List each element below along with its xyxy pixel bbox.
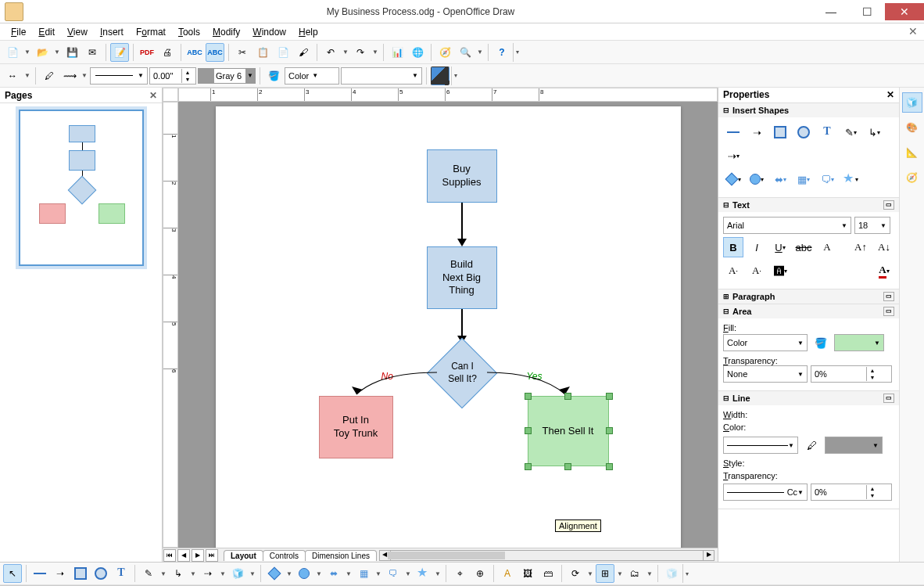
menu-modify[interactable]: Modify <box>206 25 246 39</box>
sel-handle[interactable] <box>606 393 613 400</box>
font-color-button[interactable]: A▾ <box>874 261 894 281</box>
shape-basic-button[interactable]: ▾ <box>723 169 743 189</box>
superscript-button[interactable]: A· <box>723 261 743 281</box>
fill-mode-combo[interactable]: Color▼ <box>285 67 339 84</box>
line-color-combo[interactable]: ▼ <box>825 437 883 454</box>
basic-dd[interactable]: ▼ <box>285 570 293 577</box>
navigator-button[interactable]: 🧭 <box>435 43 454 62</box>
arrow-style-dd[interactable]: ▼ <box>23 72 31 79</box>
sel-handle[interactable] <box>564 463 571 470</box>
arrange-button[interactable]: 🗂 <box>625 564 644 583</box>
points-edit-button[interactable]: ⌖ <box>450 564 469 583</box>
redo-button[interactable]: ↷ <box>351 43 370 62</box>
page-canvas[interactable]: Buy Supplies Build Next Big Thing Can I … <box>216 106 681 548</box>
help-button[interactable]: ? <box>492 43 511 62</box>
basic-shapes-button[interactable] <box>265 564 284 583</box>
section-paragraph[interactable]: ⊞Paragraph▭ <box>718 289 899 304</box>
shape-curve-button[interactable]: ✎▾ <box>840 122 861 142</box>
linesarrows-dd[interactable]: ▼ <box>219 570 227 577</box>
shape-block-arrows-button[interactable]: ⬌▾ <box>770 169 790 189</box>
symbol-shapes-button[interactable] <box>295 564 313 583</box>
undo-button[interactable]: ↶ <box>321 43 340 62</box>
sidetab-properties[interactable]: 🧊 <box>902 92 922 113</box>
align-dd[interactable]: ▼ <box>616 570 624 577</box>
shadow-text-button[interactable]: A <box>817 237 837 257</box>
from-file-button[interactable]: 🖼 <box>518 564 537 583</box>
bold-button[interactable]: B <box>723 237 743 257</box>
decrease-font-button[interactable]: A↓ <box>874 237 894 257</box>
horizontal-ruler[interactable]: 12 34 56 78 <box>178 88 718 102</box>
menu-help[interactable]: Help <box>292 25 324 39</box>
italic-button[interactable]: I <box>747 237 767 257</box>
star-dd[interactable]: ▼ <box>434 570 442 577</box>
rotate-dd[interactable]: ▼ <box>586 570 594 577</box>
format-paintbrush-button[interactable]: 🖌 <box>294 43 313 62</box>
sel-handle[interactable] <box>525 463 532 470</box>
strike-button[interactable]: abc <box>793 237 814 257</box>
tab-prev-button[interactable]: ◀ <box>177 549 190 562</box>
tab-layout[interactable]: Layout <box>224 550 263 561</box>
increase-font-button[interactable]: A↑ <box>851 237 871 257</box>
redo-dropdown[interactable]: ▼ <box>371 49 379 56</box>
line-style-combo[interactable]: ▼ <box>90 67 148 84</box>
shape-text-button[interactable]: T <box>817 122 837 142</box>
section-area[interactable]: ⊟Area▭ <box>718 304 899 318</box>
area-button[interactable]: 🪣 <box>264 67 283 85</box>
export-pdf-button[interactable]: PDF <box>138 43 156 62</box>
spellcheck-button[interactable]: ABC <box>185 43 204 62</box>
linesarrows-tool-button[interactable]: ⇢ <box>199 564 217 583</box>
section-line[interactable]: ⊟Line▭ <box>718 391 899 405</box>
new-button[interactable]: 📄 <box>3 43 22 62</box>
cut-button[interactable]: ✂ <box>233 43 252 62</box>
block-dd[interactable]: ▼ <box>345 570 353 577</box>
print-button[interactable]: 🖨 <box>158 43 177 62</box>
shape-rect-button[interactable] <box>770 122 790 142</box>
sidetab-navigator[interactable]: 🧭 <box>902 167 922 188</box>
line-width-spin[interactable]: ▲▼ <box>149 67 196 84</box>
3d-dd[interactable]: ▼ <box>249 570 256 577</box>
sidetab-gallery[interactable]: 🎨 <box>902 117 922 138</box>
fill-bucket-icon[interactable]: 🪣 <box>811 333 831 353</box>
copy-button[interactable]: 📋 <box>253 43 272 62</box>
curve-dd[interactable]: ▼ <box>159 570 167 577</box>
properties-close-icon[interactable]: ✕ <box>886 89 894 101</box>
line-pen-icon[interactable]: 🖊 <box>801 435 822 455</box>
connector-tool-button[interactable]: ↳ <box>169 564 188 583</box>
hyperlink-button[interactable]: 🌐 <box>408 43 427 62</box>
callout-dd[interactable]: ▼ <box>404 570 412 577</box>
line-endarrow-button[interactable]: ⟿ <box>60 67 79 85</box>
tab-last-button[interactable]: ⏭ <box>206 549 218 562</box>
shape-put-in-trunk[interactable]: Put In Toy Trunk <box>319 396 393 458</box>
menu-insert[interactable]: Insert <box>94 25 130 39</box>
menu-view[interactable]: View <box>61 25 94 39</box>
line-width-combo[interactable]: ▼ <box>723 437 798 454</box>
menu-edit[interactable]: Edit <box>32 25 61 39</box>
callout-shapes-button[interactable]: 🗨 <box>384 564 403 583</box>
sel-handle[interactable] <box>606 427 613 434</box>
shape-connector-button[interactable]: ↳▾ <box>864 122 884 142</box>
sel-handle[interactable] <box>525 393 532 400</box>
symbol-dd[interactable]: ▼ <box>315 570 323 577</box>
rotate-button[interactable]: ⟳ <box>566 564 585 583</box>
extrusion-button[interactable]: 🧊 <box>662 564 681 583</box>
shadow-button[interactable] <box>431 67 449 85</box>
font-size-combo[interactable]: 18▼ <box>854 217 890 234</box>
glue-points-button[interactable]: ⊕ <box>471 564 489 583</box>
undo-dropdown[interactable]: ▼ <box>342 49 349 56</box>
open-button[interactable]: 📂 <box>33 43 52 62</box>
transparency-input[interactable] <box>811 369 866 379</box>
sel-handle[interactable] <box>564 393 571 400</box>
line-style-combo[interactable]: Cc▼ <box>723 484 808 501</box>
paste-button[interactable]: 📄 <box>274 43 292 62</box>
shape-buy-supplies[interactable]: Buy Supplies <box>427 149 497 203</box>
close-button[interactable]: ✕ <box>885 3 924 20</box>
open-dropdown[interactable]: ▼ <box>53 49 61 56</box>
fill-color-combo[interactable]: ▼ <box>834 334 884 351</box>
arrow-tool-button[interactable]: ➝ <box>51 564 70 583</box>
menu-tools[interactable]: Tools <box>172 25 206 39</box>
shape-ellipse-button[interactable] <box>793 122 814 142</box>
font-name-combo[interactable]: Arial▼ <box>723 217 851 234</box>
page-thumbnail[interactable] <box>19 110 144 266</box>
shape-callout-button[interactable]: 🗨▾ <box>817 169 837 189</box>
shape-arrow-button[interactable]: ➝ <box>747 122 767 142</box>
